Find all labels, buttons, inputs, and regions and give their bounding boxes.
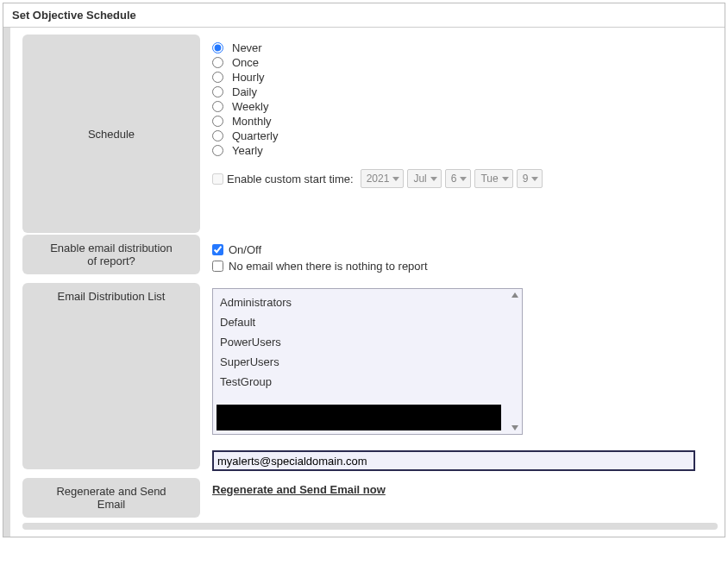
- schedule-option-hourly[interactable]: Hourly: [212, 71, 709, 84]
- enable-email-row: Enable email distribution of report? On/…: [22, 235, 718, 281]
- distribution-listbox[interactable]: Administrators Default PowerUsers SuperU…: [212, 288, 523, 435]
- email-input[interactable]: [212, 450, 695, 471]
- schedule-radio-hourly[interactable]: [212, 72, 223, 83]
- custom-start-checkbox[interactable]: [212, 173, 223, 185]
- list-item[interactable]: SuperUsers: [218, 352, 517, 372]
- list-item[interactable]: TestGroup: [218, 372, 517, 392]
- schedule-radio-quarterly[interactable]: [212, 130, 223, 141]
- panel-content: Schedule Never Once Hourly Daily: [3, 28, 725, 537]
- onoff-checkbox[interactable]: [212, 244, 223, 255]
- redacted-block: [217, 405, 501, 430]
- regenerate-row: Regenerate and Send Email Regenerate and…: [22, 478, 718, 518]
- list-item[interactable]: PowerUsers: [218, 332, 517, 352]
- onoff-checkbox-line[interactable]: On/Off: [212, 243, 709, 256]
- schedule-field: Never Once Hourly Daily Weekly: [200, 35, 718, 193]
- distribution-list-row: Email Distribution List Administrators D…: [22, 283, 718, 476]
- listbox-scrollbar[interactable]: [508, 289, 522, 434]
- schedule-radio-daily[interactable]: [212, 86, 223, 97]
- scroll-up-icon: [511, 292, 518, 298]
- schedule-row: Schedule Never Once Hourly Daily: [22, 35, 718, 233]
- schedule-radio-once[interactable]: [212, 57, 223, 68]
- panel-title: Set Objective Schedule: [3, 3, 725, 28]
- listbox-inner: Administrators Default PowerUsers SuperU…: [213, 289, 522, 395]
- chevron-down-icon: [460, 177, 467, 181]
- custom-start-label: Enable custom start time:: [227, 173, 354, 185]
- chevron-down-icon: [531, 177, 538, 181]
- schedule-option-never[interactable]: Never: [212, 41, 709, 54]
- schedule-label: Schedule: [22, 35, 200, 233]
- schedule-radio-monthly[interactable]: [212, 116, 223, 127]
- regenerate-label: Regenerate and Send Email: [22, 478, 200, 518]
- year-select[interactable]: 2021: [361, 169, 405, 188]
- bottom-bar: [22, 523, 718, 530]
- regenerate-link[interactable]: Regenerate and Send Email now: [212, 483, 386, 496]
- chevron-down-icon: [502, 177, 509, 181]
- scroll-down-icon: [511, 425, 518, 430]
- chevron-down-icon: [430, 177, 437, 181]
- schedule-radio-yearly[interactable]: [212, 145, 223, 156]
- schedule-radio-never[interactable]: [212, 42, 223, 53]
- dow-select[interactable]: Tue: [474, 169, 512, 188]
- schedule-option-quarterly[interactable]: Quarterly: [212, 129, 709, 142]
- schedule-option-once[interactable]: Once: [212, 56, 709, 69]
- list-item[interactable]: Administrators: [218, 292, 517, 312]
- chevron-down-icon: [392, 177, 399, 181]
- noempty-checkbox-line[interactable]: No email when there is nothing to report: [212, 260, 709, 273]
- enable-email-field: On/Off No email when there is nothing to…: [200, 235, 718, 281]
- distribution-list-label: Email Distribution List: [22, 283, 200, 469]
- schedule-option-weekly[interactable]: Weekly: [212, 100, 709, 113]
- regenerate-field: Regenerate and Send Email now: [200, 478, 718, 501]
- objective-schedule-panel: Set Objective Schedule Schedule Never On…: [3, 3, 725, 537]
- schedule-radio-weekly[interactable]: [212, 101, 223, 112]
- schedule-option-yearly[interactable]: Yearly: [212, 144, 709, 157]
- month-select[interactable]: Jul: [407, 169, 441, 188]
- distribution-list-field: Administrators Default PowerUsers SuperU…: [200, 283, 718, 476]
- schedule-option-monthly[interactable]: Monthly: [212, 115, 709, 128]
- hour-select[interactable]: 9: [517, 169, 543, 188]
- list-item[interactable]: Default: [218, 312, 517, 332]
- custom-start-time-row: Enable custom start time: 2021 Jul 6 Tue…: [212, 169, 709, 188]
- enable-email-label: Enable email distribution of report?: [22, 235, 200, 274]
- noempty-checkbox[interactable]: [212, 261, 223, 272]
- schedule-option-daily[interactable]: Daily: [212, 85, 709, 98]
- day-select[interactable]: 6: [445, 169, 472, 188]
